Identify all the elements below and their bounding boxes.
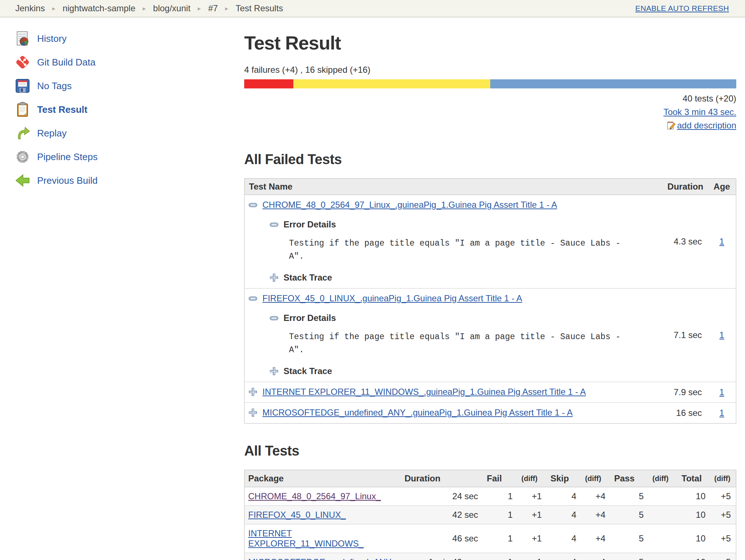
table-row: MICROSOFTEDGE_undefined_ANY_.guineaPig_1… [245, 403, 736, 424]
sidebar-item-test-result[interactable]: Test Result [15, 102, 244, 118]
package-link[interactable]: FIREFOX_45_0_LINUX_ [248, 510, 346, 520]
column-header-pass-diff: (diff) [649, 470, 678, 487]
breadcrumb-item-branch[interactable]: blog/xunit [152, 3, 191, 13]
package-duration: 46 sec [401, 524, 483, 553]
package-link[interactable]: CHROME_48_0_2564_97_Linux_ [248, 491, 381, 501]
error-details-label: Error Details [284, 219, 336, 230]
column-header-duration: Duration [401, 470, 483, 487]
table-row: CHROME_48_0_2564_97_Linux_ 24 sec 1 +1 4… [245, 487, 736, 506]
total-count: 10 [678, 487, 711, 506]
breadcrumb-item-job[interactable]: nightwatch-sample [62, 3, 136, 13]
table-row: INTERNET EXPLORER_11_WINDOWS_ 46 sec 1 +… [245, 524, 736, 553]
total-diff: +5 [711, 553, 736, 560]
sidebar-item-pipeline-steps[interactable]: Pipeline Steps [15, 149, 244, 165]
sidebar: History Git Build Data [0, 17, 244, 560]
took-duration-link[interactable]: Took 3 min 43 sec. [663, 107, 736, 117]
column-header-package: Package [245, 470, 401, 487]
package-link[interactable]: INTERNET EXPLORER_11_WINDOWS_ [248, 528, 364, 548]
collapse-icon[interactable] [248, 294, 258, 303]
skip-count: 4 [547, 506, 582, 524]
collapse-icon [269, 220, 279, 229]
pass-count: 5 [611, 506, 649, 524]
test-age-link[interactable]: 1 [720, 330, 724, 340]
column-header-age: Age [708, 179, 736, 195]
breadcrumb-separator-icon: ▸ [225, 5, 229, 12]
failures-summary: 4 failures (+4) , 16 skipped (+16) [244, 65, 736, 75]
add-description-link[interactable]: add description [677, 119, 736, 132]
sidebar-item-replay[interactable]: Replay [15, 125, 244, 141]
tests-count: 40 tests (+20) [244, 92, 736, 105]
fail-diff: +1 [518, 524, 547, 553]
breadcrumb-separator-icon: ▸ [198, 5, 201, 12]
breadcrumb-item-build[interactable]: #7 [207, 3, 219, 13]
table-row: CHROME_48_0_2564_97_Linux_.guineaPig_1.G… [245, 195, 736, 289]
skip-diff: +4 [582, 553, 611, 560]
test-result-bar [244, 79, 736, 88]
pass-count: 5 [611, 487, 649, 506]
sidebar-item-history[interactable]: History [15, 31, 244, 47]
skip-diff: +4 [582, 506, 611, 524]
sidebar-item-git-build-data[interactable]: Git Build Data [15, 54, 244, 70]
stack-trace-label: Stack Trace [284, 366, 332, 376]
sidebar-item-previous-build[interactable]: Previous Build [15, 172, 244, 188]
error-details-toggle[interactable]: Error Details [269, 219, 653, 230]
breadcrumb-item-test-results[interactable]: Test Results [235, 3, 284, 13]
failed-tests-heading: All Failed Tests [244, 152, 736, 167]
bar-passed-segment [490, 79, 736, 88]
test-duration: 4.3 sec [657, 195, 708, 289]
column-header-duration: Duration [657, 179, 708, 195]
breadcrumb: Jenkins ▸ nightwatch-sample ▸ blog/xunit… [15, 3, 284, 13]
expand-icon [269, 366, 279, 376]
fail-count: 1 [483, 487, 518, 506]
pass-count: 5 [611, 553, 649, 560]
test-age-link[interactable]: 1 [720, 237, 724, 246]
expand-icon[interactable] [248, 387, 258, 397]
pass-count: 5 [611, 524, 649, 553]
test-age-link[interactable]: 1 [720, 387, 724, 397]
page-title: Test Result [244, 32, 736, 54]
failed-test-link[interactable]: FIREFOX_45_0_LINUX_.guineaPig_1.Guinea P… [262, 293, 522, 303]
package-link[interactable]: MICROSOFTEDGE_undefined_ANY_ [248, 557, 396, 560]
git-icon [15, 54, 31, 70]
failed-test-link[interactable]: CHROME_48_0_2564_97_Linux_.guineaPig_1.G… [262, 200, 557, 210]
fail-count: 1 [483, 524, 518, 553]
total-count: 10 [678, 553, 711, 560]
test-age-link[interactable]: 1 [720, 408, 724, 418]
sidebar-item-label: Previous Build [37, 175, 98, 186]
collapse-icon[interactable] [248, 200, 258, 210]
sidebar-item-no-tags[interactable]: No Tags [15, 78, 244, 94]
column-header-pass: Pass [611, 470, 649, 487]
column-header-skip: Skip [547, 470, 582, 487]
skip-count: 4 [547, 553, 582, 560]
sidebar-item-label: Git Build Data [37, 57, 95, 68]
stack-trace-toggle[interactable]: Stack Trace [269, 273, 653, 283]
error-details-toggle[interactable]: Error Details [269, 313, 653, 323]
package-duration: 42 sec [401, 506, 483, 524]
fail-count: 1 [483, 506, 518, 524]
breadcrumb-separator-icon: ▸ [143, 5, 146, 12]
test-duration: 7.9 sec [657, 382, 708, 403]
fail-count: 1 [483, 553, 518, 560]
collapse-icon [269, 313, 279, 323]
fail-diff: +1 [518, 487, 547, 506]
expand-icon [269, 273, 279, 282]
sidebar-item-label: No Tags [37, 80, 72, 92]
total-diff: +5 [711, 506, 736, 524]
enable-auto-refresh-link[interactable]: ENABLE AUTO REFRESH [635, 4, 729, 13]
failed-test-link[interactable]: INTERNET EXPLORER_11_WINDOWS_.guineaPig_… [262, 387, 586, 397]
package-duration: 1 min 49 sec [401, 553, 483, 560]
summary-right: 40 tests (+20) Took 3 min 43 sec. add [244, 92, 736, 132]
package-duration: 24 sec [401, 487, 483, 506]
breadcrumb-item-jenkins[interactable]: Jenkins [15, 3, 45, 13]
edit-icon [666, 120, 676, 130]
expand-icon[interactable] [248, 408, 258, 417]
test-duration: 16 sec [657, 403, 708, 424]
failed-test-link[interactable]: MICROSOFTEDGE_undefined_ANY_.guineaPig_1… [262, 408, 572, 418]
sidebar-item-label: Pipeline Steps [37, 151, 98, 163]
column-header-skip-diff: (diff) [582, 470, 611, 487]
floppy-icon [15, 78, 31, 94]
all-tests-heading: All Tests [244, 443, 736, 459]
column-header-fail: Fail [483, 470, 518, 487]
pass-diff [649, 487, 678, 506]
stack-trace-toggle[interactable]: Stack Trace [269, 366, 653, 376]
